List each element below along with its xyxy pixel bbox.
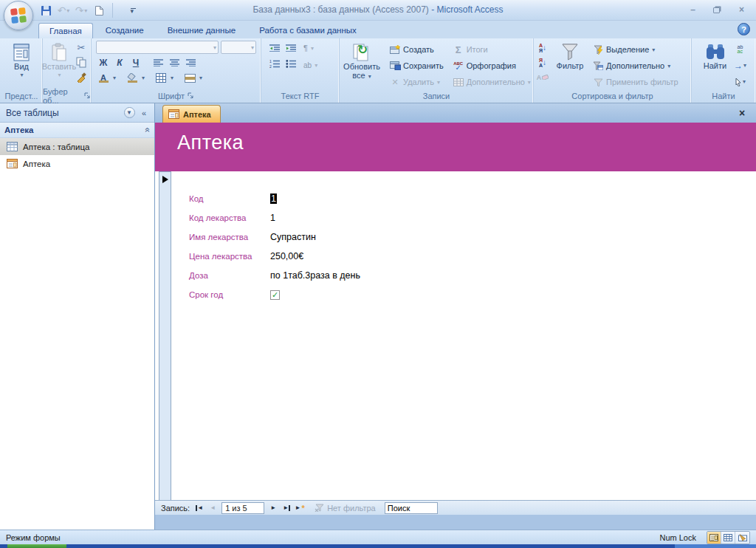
copy-button[interactable] xyxy=(74,55,89,69)
advanced-filter-button[interactable]: Дополнительно▾ xyxy=(590,58,681,73)
design-view-mini-icon xyxy=(738,534,747,541)
restore-button[interactable] xyxy=(707,3,727,16)
fill-color-button[interactable] xyxy=(125,71,140,85)
record-selector-bar[interactable] xyxy=(159,171,171,515)
record-search-input[interactable] xyxy=(385,502,438,514)
alternate-fill-icon xyxy=(185,74,196,83)
refresh-all-icon: ↻ xyxy=(352,43,371,62)
field-value-input[interactable]: 1 xyxy=(270,193,277,204)
decrease-indent-button[interactable] xyxy=(267,41,282,55)
more-records-button[interactable]: Дополнительно▾ xyxy=(450,75,533,89)
goto-button[interactable]: →▾ xyxy=(733,58,748,72)
new-blank-record-button[interactable]: ►* xyxy=(294,502,306,514)
binoculars-icon xyxy=(705,43,726,61)
gridlines-icon xyxy=(156,73,166,83)
paste-button[interactable]: Вставить ▾ xyxy=(44,41,74,81)
format-painter-button[interactable] xyxy=(74,70,89,84)
new-record-star-icon: * xyxy=(301,504,304,513)
font-size-combo[interactable]: ▾ xyxy=(221,41,256,54)
sort-ascending-icon: АЯ ↓ xyxy=(539,43,546,53)
status-numlock: Num Lock xyxy=(659,533,696,542)
form-fields: Код 1 Код лекарства 1 Имя лекарства Супр… xyxy=(189,189,360,304)
scissors-icon: ✂ xyxy=(78,42,86,53)
field-value-input[interactable]: Супрастин xyxy=(270,232,316,242)
clear-sort-button[interactable]: А xyxy=(535,70,550,84)
nav-item-table[interactable]: Аптека : таблица xyxy=(0,138,154,155)
navigation-pane-header[interactable]: Все таблицы ▼ « xyxy=(0,103,154,123)
tab-external-data[interactable]: Внешние данные xyxy=(157,22,247,38)
field-value-input[interactable]: 1 xyxy=(270,213,275,223)
design-view-button[interactable] xyxy=(735,532,749,544)
numbering-button[interactable]: 12 xyxy=(267,57,282,71)
sort-ascending-button[interactable]: АЯ ↓ xyxy=(535,41,550,55)
find-button[interactable]: Найти xyxy=(700,41,731,71)
toggle-filter-icon xyxy=(592,78,604,86)
font-dialog-launcher[interactable] xyxy=(188,92,194,99)
align-right-button[interactable] xyxy=(183,55,198,69)
highlight-button[interactable]: ab▾ xyxy=(301,58,320,72)
bullets-icon xyxy=(286,60,296,68)
selection-filter-button[interactable]: Выделение▾ xyxy=(590,42,681,57)
nav-group-header[interactable]: Аптека » xyxy=(0,123,154,138)
svg-text:2: 2 xyxy=(269,64,272,68)
text-direction-button[interactable]: ¶▾ xyxy=(301,41,320,55)
record-position-box[interactable]: 1 из 5 xyxy=(221,502,264,514)
select-button[interactable]: ▾ xyxy=(733,75,748,89)
font-color-button[interactable]: А xyxy=(96,71,111,85)
current-record-marker-icon xyxy=(162,176,168,183)
previous-record-button[interactable]: ◄ xyxy=(207,502,219,514)
clipboard-dialog-launcher[interactable] xyxy=(84,92,91,99)
cut-button[interactable]: ✂ xyxy=(74,41,89,55)
align-center-button[interactable] xyxy=(167,55,182,69)
decrease-indent-icon xyxy=(269,44,280,52)
datasheet-view-button[interactable] xyxy=(721,532,735,544)
group-collapse-icon: » xyxy=(142,128,153,133)
underline-button[interactable]: Ч xyxy=(128,55,143,69)
first-record-button[interactable]: ◄ xyxy=(193,502,205,514)
minimize-button[interactable]: – xyxy=(683,3,703,16)
sort-descending-button[interactable]: ЯА ↓ xyxy=(535,55,550,69)
srok-god-checkbox[interactable]: ✓ xyxy=(270,290,280,300)
italic-button[interactable]: К xyxy=(112,55,127,69)
align-center-icon xyxy=(170,59,179,66)
tab-home[interactable]: Главная xyxy=(38,23,93,38)
navigation-menu-button[interactable]: ▼ xyxy=(122,106,137,120)
view-button[interactable]: Вид ▾ xyxy=(9,41,34,81)
form-view-button[interactable] xyxy=(707,532,721,544)
window-title: База данных3 : база данных (Access 2007)… xyxy=(0,4,756,15)
totals-button[interactable]: Σ Итоги xyxy=(450,42,533,57)
last-record-button[interactable]: ► xyxy=(281,502,292,514)
replace-button[interactable]: ab ac xyxy=(733,42,748,56)
view-dropdown-icon: ▾ xyxy=(20,71,23,80)
document-tab-apteka[interactable]: Аптека xyxy=(162,105,221,123)
new-record-button[interactable]: Создать xyxy=(387,42,446,57)
bullets-button[interactable] xyxy=(284,57,298,71)
document-close-button[interactable]: × xyxy=(735,106,749,120)
toggle-filter-button[interactable]: Применить фильтр xyxy=(590,75,681,89)
field-value-input[interactable]: по 1таб.3раза в день xyxy=(270,270,360,281)
tab-database-tools[interactable]: Работа с базами данных xyxy=(248,22,368,38)
shutter-collapse-button[interactable]: « xyxy=(137,106,151,120)
next-record-button[interactable]: ► xyxy=(267,502,279,514)
office-button[interactable] xyxy=(4,1,33,30)
close-button[interactable]: × xyxy=(732,3,752,16)
filter-button[interactable]: Фильтр xyxy=(553,41,587,71)
table-icon xyxy=(7,142,18,151)
field-value-input[interactable]: 250,00€ xyxy=(270,251,303,261)
bold-button[interactable]: Ж xyxy=(96,55,111,69)
alternate-fill-button[interactable] xyxy=(182,71,197,85)
spelling-button[interactable]: ABC ✓ Орфография xyxy=(450,58,533,73)
align-left-icon xyxy=(154,59,163,66)
filter-status[interactable]: Нет фильтра xyxy=(315,504,376,513)
save-record-button[interactable]: Сохранить xyxy=(387,58,446,73)
refresh-all-button[interactable]: ↻ Обновить все ▾ xyxy=(341,41,382,82)
help-button[interactable]: ? xyxy=(738,23,750,35)
delete-record-button[interactable]: ✕ Удалить▾ xyxy=(387,75,446,89)
font-name-combo[interactable]: ▾ xyxy=(96,41,219,54)
increase-indent-button[interactable] xyxy=(284,41,298,55)
tab-create[interactable]: Создание xyxy=(94,22,155,38)
field-row-kod: Код 1 xyxy=(189,189,360,208)
gridlines-button[interactable] xyxy=(154,71,168,85)
align-left-button[interactable] xyxy=(151,55,165,69)
nav-item-form[interactable]: Аптека xyxy=(0,155,154,172)
